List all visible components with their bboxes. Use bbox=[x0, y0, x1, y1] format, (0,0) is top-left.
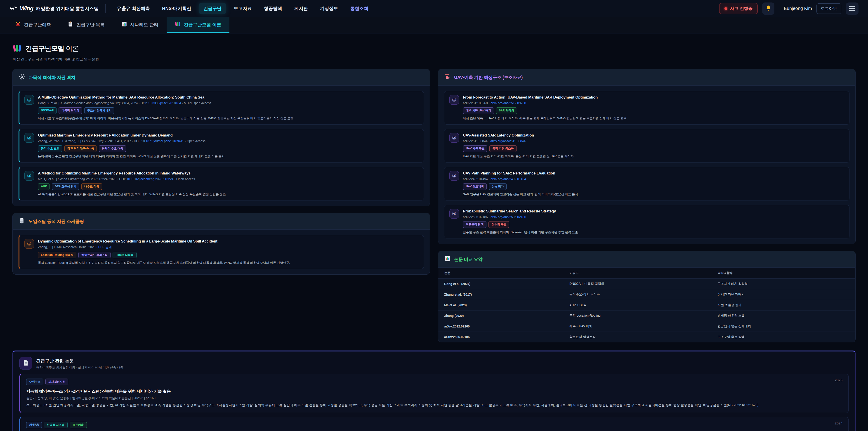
tag-badge: 잠수함 구조 bbox=[489, 221, 509, 228]
paper-link[interactable]: Dong et al. (2024) bbox=[438, 279, 563, 289]
paper-number-badge: ② bbox=[24, 133, 34, 143]
tag-badge: 다목적 최적화 bbox=[59, 107, 82, 114]
keyword-cell: 확률론적 탐색전략 bbox=[563, 332, 712, 342]
paper-title: A Multi-Objective Optimization Method fo… bbox=[38, 95, 418, 99]
meta-text: · Open Access bbox=[184, 139, 206, 143]
meta-text: arXiv:2511.00844 · bbox=[463, 139, 490, 143]
related-paper-card: 2024 AI·SAR한국형 시스템표류예측 AI 기반 한국형 해양수색구조 … bbox=[20, 417, 848, 431]
section-comparison: 논문 비교 요약 논문키워드WING 활용 Dong et al. (2024)… bbox=[438, 251, 856, 342]
section-title: UAV·예측 기반 해상구조 (보조자료) bbox=[454, 74, 523, 81]
tag-badge: 성능 평가 bbox=[489, 183, 506, 190]
nav-item-긴급구난[interactable]: 긴급구난 bbox=[199, 3, 226, 14]
paper-number-badge: ① bbox=[24, 95, 34, 105]
tag-badge: 수색구조 bbox=[26, 378, 43, 385]
tab-label: 긴급구난 목록 bbox=[76, 22, 105, 28]
tag-badge: 동적 수요 모델 bbox=[38, 145, 62, 152]
tab-긴급구난예측[interactable]: 긴급구난예측 bbox=[7, 17, 59, 33]
nav-item-항공탐색[interactable]: 항공탐색 bbox=[259, 3, 287, 14]
tag-badge: DEA 효율성 평가 bbox=[52, 183, 79, 190]
related-paper-card: 2025 수색구조의사결정지원 지능형 해양수색구조 의사결정지원시스템: 신속… bbox=[20, 374, 848, 413]
paper-meta: arXiv:2512.09260 · arxiv.org/abs/2512.09… bbox=[463, 101, 844, 105]
tag-badge: 의사결정지원 bbox=[45, 378, 68, 385]
paper-meta: Ma, Q. et al. | Ocean Engineering Vol.28… bbox=[38, 177, 418, 181]
hamburger-menu-button[interactable] bbox=[846, 2, 859, 15]
tag-badge: SAR 최적화 bbox=[496, 107, 517, 114]
table-row: Ma et al. (2023)AHP + DEA자원 효율성 평가 bbox=[438, 300, 855, 311]
nav-item-HNS·대기확산[interactable]: HNS·대기확산 bbox=[158, 3, 196, 14]
paper-link[interactable]: arXiv:2512.09260 bbox=[438, 321, 563, 332]
paper-description: 잠수함 구조 전략 확률론적 최적화. Bayesian 탐색 이론 기반 구조… bbox=[463, 230, 844, 235]
journal-name: Ocean Engineering bbox=[58, 177, 85, 181]
page-content: 긴급구난모델 이론 해상 긴급구난 자원 배치·최적화 이론 및 참고 연구 문… bbox=[0, 33, 868, 431]
meta-text: Dong, Y. et al. | bbox=[38, 101, 60, 105]
paper-description: 해상 조난 예측 → UAV 사전 배치 최적화. 예측-행동 연계 프레임워크… bbox=[463, 116, 844, 120]
nav-item-게시판[interactable]: 게시판 bbox=[290, 3, 312, 14]
doi-link[interactable]: arxiv.org/abs/2402.01494 bbox=[491, 177, 526, 181]
paper-link[interactable]: Ma et al. (2023) bbox=[438, 300, 563, 311]
doi-link[interactable]: arxiv.org/abs/2505.02186 bbox=[491, 215, 526, 219]
tag-badge: 구조선·항공기 배치 bbox=[84, 107, 115, 114]
paper-link[interactable]: arXiv:2505.02186 bbox=[438, 332, 563, 342]
paper-meta: Dong, Y. et al. | J. Marine Science and … bbox=[38, 101, 418, 105]
tag-badge: AHP bbox=[38, 183, 50, 190]
bar-chart-icon bbox=[444, 255, 451, 263]
paper-link[interactable]: Zhang (2020) bbox=[438, 311, 563, 321]
books-icon bbox=[12, 43, 22, 54]
tag-badge: 예측 기반 UAV 배치 bbox=[463, 107, 494, 114]
related-header-text: 긴급구난 관련 논문 해양수색구조 의사결정지원 · 실시간 데이터·AI 기반… bbox=[36, 357, 123, 370]
paper-description: UAV 지원 해상 구조 처리·지연 최적화. 통신·처리 지연 모델링 및 U… bbox=[463, 154, 844, 158]
paper-tags: UAV 경로계획성능 평가 bbox=[463, 183, 844, 190]
doi-link[interactable]: 10.1016/j.oceaneng.2023.116224 bbox=[127, 177, 174, 181]
paper-number-badge: ③ bbox=[450, 171, 459, 181]
paper-body: Probabilistic Submarine Search and Rescu… bbox=[463, 209, 844, 235]
paper-body: A Method for Optimizing Maritime Emergen… bbox=[38, 171, 418, 196]
paper-tags: AI·SAR한국형 시스템표류예측 bbox=[26, 422, 842, 428]
doi-link[interactable]: arxiv.org/abs/2511.00844 bbox=[490, 139, 526, 143]
page-subtitle: 해상 긴급구난 자원 배치·최적화 이론 및 참고 연구 문헌 bbox=[13, 57, 856, 62]
alert-dot-icon bbox=[724, 7, 727, 10]
section-oil-spill-header: 오일스필 동적 자원 스케줄링 bbox=[13, 213, 430, 229]
paper-meta: Zhang, L. | LJMU Research Online, 2020 ·… bbox=[38, 245, 418, 249]
paper-abstract: 초고해상도 3차원 연안 해양예측모델, 다중모델 앙상블 기법, AI 기반 … bbox=[26, 403, 842, 407]
paper-tags: 확률론적 탐색잠수함 구조 bbox=[463, 221, 844, 228]
keyword-cell: 예측→UAV 배치 bbox=[563, 321, 712, 332]
paper-number-badge: ② bbox=[450, 133, 459, 143]
paper-card: ① Dynamic Optimization of Emergency Reso… bbox=[19, 235, 424, 269]
doi-link[interactable]: PDF 공개 bbox=[98, 245, 112, 249]
books-icon bbox=[175, 21, 181, 28]
doi-link[interactable]: arxiv.org/abs/2512.09260 bbox=[491, 101, 526, 105]
helicopter-icon bbox=[444, 73, 451, 81]
tab-label: 긴급구난예측 bbox=[24, 22, 51, 28]
incident-status-badge[interactable]: 사고 진행중 bbox=[719, 3, 758, 14]
keyword-cell: 동적수요·강건 최적화 bbox=[563, 289, 712, 300]
paper-number-badge: ① bbox=[24, 239, 34, 249]
paper-tags: Location-Routing 최적화하이브리드 휴리스틱Pareto 다목적 bbox=[38, 252, 418, 258]
paper-tags: AHPDEA 효율성 평가내수로 적용 bbox=[38, 183, 418, 190]
tag-badge: 확률론적 탐색 bbox=[463, 221, 487, 228]
doi-link[interactable]: 10.1371/journal.pone.0189411 bbox=[141, 139, 184, 143]
app-screen: Wing 해양환경 위기대응 통합시스템 유출유 확산예측HNS·대기확산긴급구… bbox=[0, 0, 868, 431]
section-multi-objective-header: 다목적 최적화 자원 배치 bbox=[13, 69, 430, 86]
meta-text: arXiv:2505.02186 · bbox=[463, 215, 491, 219]
nav-item-유출유 확산예측[interactable]: 유출유 확산예측 bbox=[112, 3, 154, 14]
right-column: UAV·예측 기반 해상구조 (보조자료) ① From Forecast to… bbox=[438, 69, 856, 342]
notifications-button[interactable] bbox=[762, 2, 774, 15]
paper-link[interactable]: Zhang et al. (2017) bbox=[438, 289, 563, 300]
logout-button[interactable]: 로그아웃 bbox=[816, 3, 841, 14]
nav-item-통합조회[interactable]: 통합조회 bbox=[346, 3, 373, 14]
wing-usage-cell: 실시간 자원 재배치 bbox=[712, 289, 855, 300]
brand-name: 해양환경 위기대응 통합시스템 bbox=[36, 5, 98, 12]
tag-badge: 한국형 시스템 bbox=[44, 422, 67, 428]
meta-text: Zhang, L. | LJMU Research Online, 2020 · bbox=[38, 245, 98, 249]
nav-item-기상정보[interactable]: 기상정보 bbox=[315, 3, 343, 14]
tab-label: 시나리오 관리 bbox=[130, 22, 159, 28]
related-title: 긴급구난 관련 논문 bbox=[36, 358, 123, 364]
tab-시나리오 관리[interactable]: 시나리오 관리 bbox=[113, 17, 167, 33]
paper-list: ① Dynamic Optimization of Emergency Reso… bbox=[13, 229, 430, 274]
doi-link[interactable]: 10.3390/jmse12010184 bbox=[148, 101, 181, 105]
tab-긴급구난모델 이론[interactable]: 긴급구난모델 이론 bbox=[166, 17, 229, 33]
nav-item-보고자료[interactable]: 보고자료 bbox=[229, 3, 256, 14]
related-subtitle: 해양수색구조 의사결정지원 · 실시간 데이터·AI 기반 신속 대응 bbox=[36, 366, 123, 370]
tab-긴급구난 목록[interactable]: 긴급구난 목록 bbox=[59, 17, 113, 33]
comparison-table-header: 논문키워드WING 활용 bbox=[438, 268, 855, 279]
